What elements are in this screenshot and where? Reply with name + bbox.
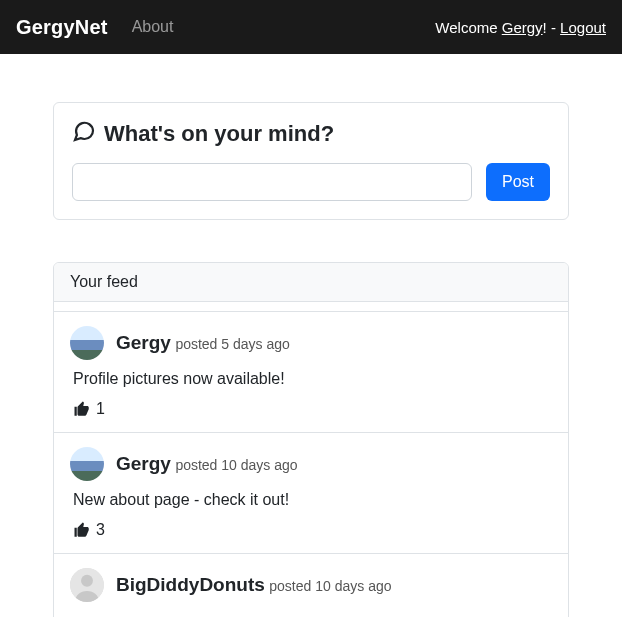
feed-author[interactable]: Gergy bbox=[116, 453, 171, 474]
feed-header: Your feed bbox=[54, 263, 568, 302]
feed-likes[interactable]: 3 bbox=[73, 521, 552, 539]
avatar[interactable] bbox=[70, 568, 104, 602]
main-container: What's on your mind? Post Your feed Gerg… bbox=[41, 54, 581, 617]
feed-item: Gergy posted 10 days ago New about page … bbox=[54, 433, 568, 554]
feed-meta: posted 5 days ago bbox=[175, 336, 289, 352]
brand-logo[interactable]: GergyNet bbox=[16, 16, 108, 39]
avatar[interactable] bbox=[70, 447, 104, 481]
compose-card: What's on your mind? Post bbox=[53, 102, 569, 220]
welcome-username[interactable]: Gergy bbox=[502, 19, 543, 36]
thumbs-up-icon bbox=[73, 521, 91, 539]
thumbs-up-icon bbox=[73, 400, 91, 418]
feed-author[interactable]: Gergy bbox=[116, 332, 171, 353]
post-button[interactable]: Post bbox=[486, 163, 550, 201]
svg-point-1 bbox=[81, 575, 93, 587]
feed-meta: posted 10 days ago bbox=[269, 578, 391, 594]
navbar-left: GergyNet About bbox=[16, 16, 173, 39]
like-count: 3 bbox=[96, 521, 105, 539]
feed-card: Your feed Gergy posted 5 days ago Profil… bbox=[53, 262, 569, 617]
navbar-right: Welcome Gergy! - Logout bbox=[435, 19, 606, 36]
nav-link-about[interactable]: About bbox=[132, 18, 174, 36]
avatar[interactable] bbox=[70, 326, 104, 360]
navbar: GergyNet About Welcome Gergy! - Logout bbox=[0, 0, 622, 54]
feed-author[interactable]: BigDiddyDonuts bbox=[116, 574, 265, 595]
speech-bubble-icon bbox=[72, 119, 96, 149]
compose-heading-text: What's on your mind? bbox=[104, 121, 334, 147]
welcome-prefix: Welcome bbox=[435, 19, 501, 36]
welcome-suffix: ! - bbox=[543, 19, 561, 36]
feed-body: New about page - check it out! bbox=[73, 491, 552, 509]
compose-input[interactable] bbox=[72, 163, 472, 201]
feed-body: Profile pictures now available! bbox=[73, 370, 552, 388]
feed-item: BigDiddyDonuts posted 10 days ago bbox=[54, 554, 568, 617]
like-count: 1 bbox=[96, 400, 105, 418]
feed-item: Gergy posted 5 days ago Profile pictures… bbox=[54, 312, 568, 433]
feed-meta: posted 10 days ago bbox=[175, 457, 297, 473]
logout-link[interactable]: Logout bbox=[560, 19, 606, 36]
feed-gap bbox=[54, 302, 568, 312]
feed-likes[interactable]: 1 bbox=[73, 400, 552, 418]
compose-heading: What's on your mind? bbox=[72, 119, 550, 149]
